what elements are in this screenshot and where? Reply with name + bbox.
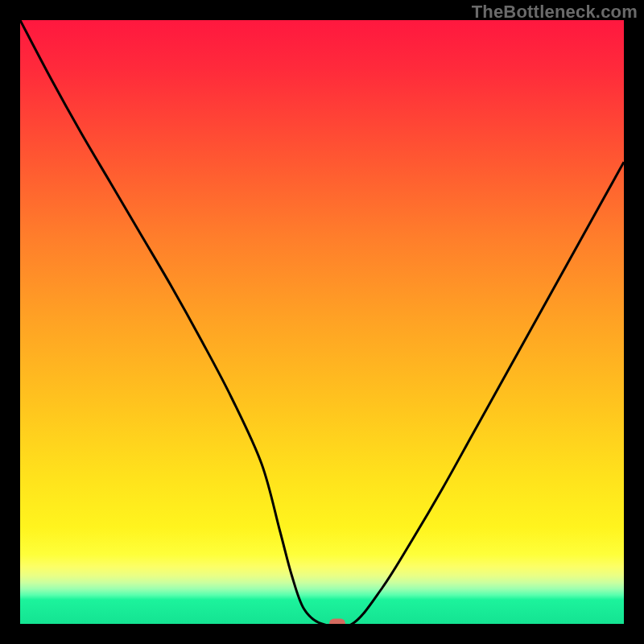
minimum-marker — [329, 619, 345, 625]
bottleneck-curve — [20, 20, 624, 624]
chart-frame: TheBottleneck.com — [0, 0, 644, 644]
curve-svg — [20, 20, 624, 624]
plot-area — [20, 20, 624, 624]
